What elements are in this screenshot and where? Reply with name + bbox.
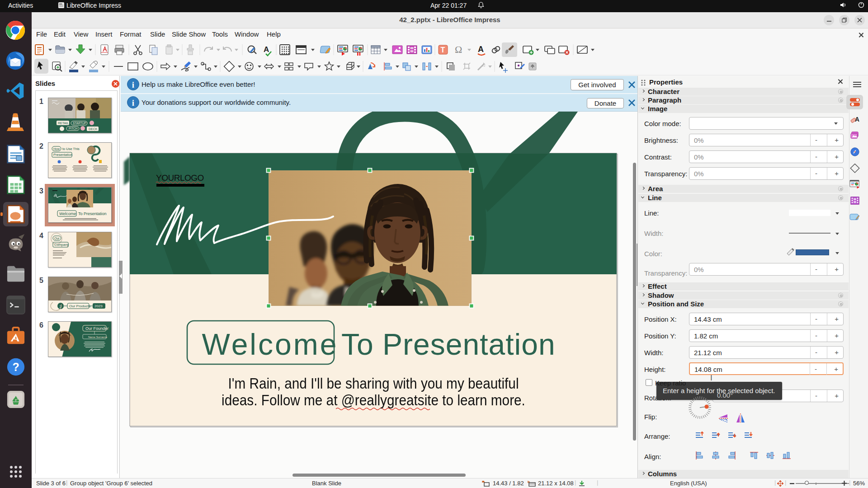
svg-text:Presentation: Presentation (53, 153, 72, 157)
svg-text:2023: 2023 (94, 304, 103, 308)
svg-text:YOURLOGO: YOURLOGO (156, 173, 204, 183)
svg-text:T: T (441, 46, 445, 54)
svg-text:DECK: DECK (89, 127, 98, 131)
svg-text:A: A (264, 45, 269, 54)
svg-text:to Use This: to Use This (62, 147, 80, 151)
svg-text:PITCH: PITCH (69, 127, 78, 130)
svg-text:?: ? (12, 361, 19, 373)
svg-text:Welcome: Welcome (59, 211, 76, 216)
svg-text:Our: Our (54, 237, 60, 240)
svg-text:A: A (478, 45, 484, 54)
svg-text:Ω: Ω (455, 44, 462, 55)
svg-text:RETAIL: RETAIL (58, 122, 69, 125)
svg-text:Company: Company (54, 243, 69, 247)
svg-text:Our Products: Our Products (69, 304, 90, 308)
svg-text:How: How (53, 147, 60, 150)
svg-text:Our Founder: Our Founder (85, 326, 108, 331)
svg-text:Name Surname: Name Surname (88, 336, 108, 338)
svg-text:To Presentation: To Presentation (78, 211, 107, 216)
svg-text:STARTUP: STARTUP (73, 122, 86, 125)
svg-text:A: A (855, 116, 859, 123)
